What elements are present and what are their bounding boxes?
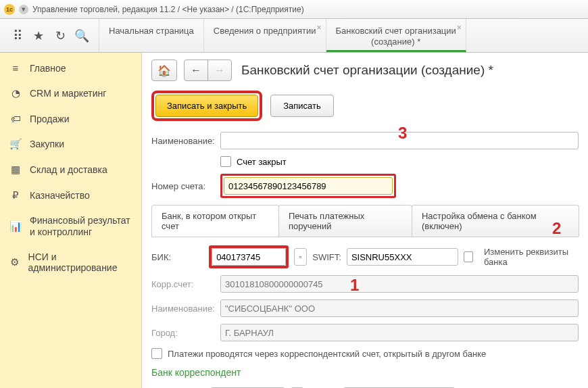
tab-label-line2: (создание) * (371, 37, 420, 47)
tab-label: Начальная страница (109, 26, 194, 37)
bank-name-label: Наименование: (151, 304, 220, 314)
sidebar-item-finance[interactable]: 📊Финансовый результат и контроллинг (0, 208, 141, 245)
sidebar-item-sales[interactable]: 🏷Продажи (0, 106, 141, 131)
tab-home[interactable]: Начальная страница (99, 19, 204, 52)
sidebar-label: Финансовый результат и контроллинг (30, 215, 132, 238)
bank-name-input (220, 299, 579, 317)
korr-input (220, 275, 579, 293)
tab-label-line1: Банковский счет организации (336, 26, 456, 37)
korr-label: Корр.счет: (151, 279, 220, 289)
top-toolbar: ⠿ ★ ↻ 🔍 Начальная страница Сведения о пр… (0, 19, 588, 53)
sidebar: ≡Главное ◔CRM и маркетинг 🏷Продажи 🛒Заку… (0, 53, 142, 388)
corr-pay-checkbox[interactable] (151, 348, 162, 359)
closed-label: Счет закрыт (237, 157, 287, 167)
tab-company-info[interactable]: Сведения о предприятии × (204, 19, 326, 52)
star-icon[interactable]: ★ (28, 26, 49, 46)
back-button[interactable]: ← (184, 59, 208, 81)
app-icon: 1c (4, 4, 15, 15)
sub-tabs: Банк, в котором открыт счет Печать плате… (151, 205, 579, 237)
sidebar-label: Закупки (30, 139, 64, 149)
account-number-input[interactable] (224, 177, 393, 195)
sidebar-label: CRM и маркетинг (30, 88, 106, 99)
subtab-bank[interactable]: Банк, в котором открыт счет (151, 205, 279, 237)
bik-label: БИК: (151, 252, 203, 262)
change-req-label: Изменить реквизиты банка (484, 247, 579, 267)
number-label: Номер счета: (151, 181, 220, 191)
sidebar-label: Казначейство (30, 190, 90, 201)
city-label: Город: (151, 328, 220, 338)
gear-icon: ⚙ (9, 256, 20, 268)
highlight-3: Записать и закрыть (151, 91, 262, 121)
tab-label: Сведения о предприятии (214, 26, 316, 37)
swift-label: SWIFT: (312, 252, 341, 262)
close-icon[interactable]: × (316, 23, 321, 32)
sidebar-item-main[interactable]: ≡Главное (0, 55, 141, 80)
name-label: Наименование: (151, 136, 220, 146)
sidebar-label: Склад и доставка (30, 164, 107, 175)
tag-icon: 🏷 (9, 113, 22, 124)
subtab-print[interactable]: Печать платежных поручений (278, 205, 412, 237)
sidebar-item-treasury[interactable]: ₽Казначейство (0, 183, 141, 208)
menu-icon: ≡ (9, 62, 22, 74)
money-icon: ₽ (9, 189, 22, 201)
callout-1: 1 (350, 276, 359, 295)
sidebar-item-admin[interactable]: ⚙НСИ и администрирование (0, 245, 141, 281)
callout-2: 2 (552, 219, 561, 238)
pie-icon: ◔ (9, 87, 22, 99)
window-title: Управление торговлей, редакция 11.2 / <Н… (32, 5, 584, 14)
window-titlebar: 1c ▾ Управление торговлей, редакция 11.2… (0, 0, 588, 19)
closed-checkbox[interactable] (220, 156, 231, 167)
chart-icon: 📊 (9, 220, 22, 233)
page-title: Банковский счет организации (создание) * (241, 63, 493, 78)
sidebar-label: Главное (30, 63, 66, 74)
swift-input[interactable] (347, 248, 458, 266)
city-input (220, 324, 579, 341)
cart-icon: 🛒 (9, 138, 22, 150)
apps-icon[interactable]: ⠿ (7, 26, 27, 46)
bik-input[interactable] (212, 248, 286, 266)
history-icon[interactable]: ↻ (50, 26, 70, 46)
sidebar-item-warehouse[interactable]: ▦Склад и доставка (0, 157, 141, 183)
sidebar-item-purchases[interactable]: 🛒Закупки (0, 131, 141, 157)
main-tabs: Начальная страница Сведения о предприяти… (99, 19, 466, 52)
dropdown-icon[interactable]: ▾ (19, 5, 28, 14)
highlight-2 (220, 174, 396, 198)
highlight-1 (209, 245, 289, 268)
sidebar-label: Продажи (30, 114, 69, 124)
save-button[interactable]: Записать (270, 95, 334, 117)
save-close-button[interactable]: Записать и закрыть (155, 95, 258, 117)
corr-pay-label: Платежи проводятся через корреспондентск… (168, 349, 486, 359)
change-req-checkbox[interactable] (464, 251, 473, 262)
sidebar-label: НСИ и администрирование (28, 251, 132, 274)
close-icon[interactable]: × (457, 23, 462, 32)
tab-bank-account[interactable]: Банковский счет организации (создание) *… (326, 19, 466, 52)
forward-button[interactable]: → (207, 59, 232, 81)
content-area: 🏠 ← → Банковский счет организации (созда… (142, 53, 588, 388)
home-button[interactable]: 🏠 (151, 59, 177, 81)
search-icon[interactable]: 🔍 (72, 26, 92, 46)
grid-icon: ▦ (9, 164, 22, 176)
corr-bank-header: Банк корреспондент (151, 367, 579, 378)
bik-pick-button[interactable]: ▫ (294, 248, 307, 266)
callout-3: 3 (398, 124, 407, 143)
sidebar-item-crm[interactable]: ◔CRM и маркетинг (0, 80, 141, 106)
